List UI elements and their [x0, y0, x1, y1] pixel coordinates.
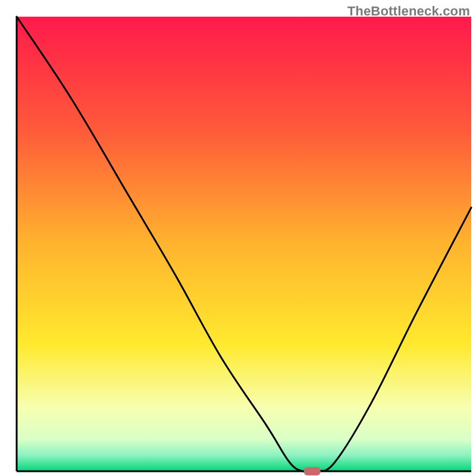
plot-background	[17, 17, 471, 471]
watermark-text: TheBottleneck.com	[347, 4, 470, 19]
bottleneck-chart	[0, 0, 476, 476]
chart-container: TheBottleneck.com	[0, 0, 476, 476]
optimum-marker	[304, 467, 321, 475]
